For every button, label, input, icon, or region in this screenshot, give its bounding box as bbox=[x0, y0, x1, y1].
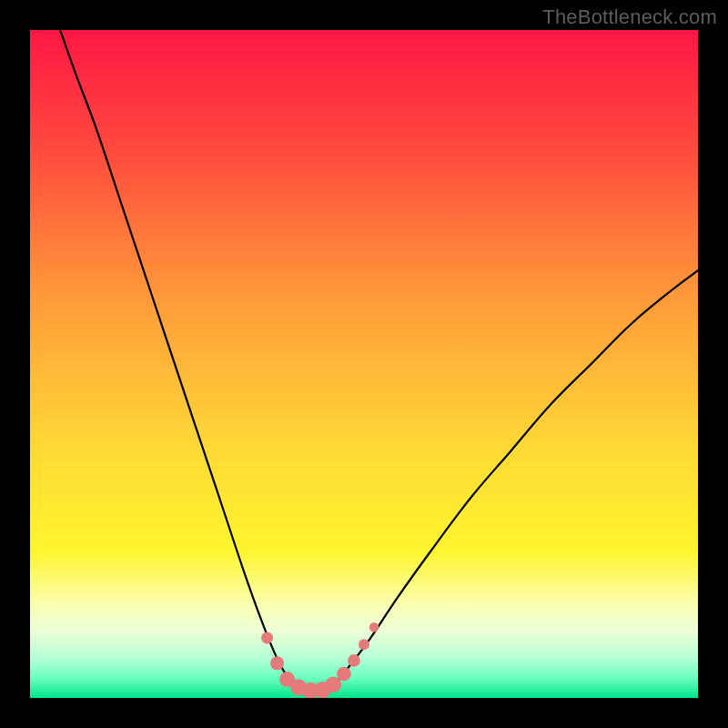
data-marker bbox=[261, 632, 273, 643]
chart-svg bbox=[30, 30, 698, 698]
data-markers bbox=[261, 622, 379, 698]
plot-area bbox=[30, 30, 698, 698]
data-marker bbox=[325, 677, 341, 693]
data-marker bbox=[270, 656, 284, 670]
data-marker bbox=[348, 654, 360, 667]
data-marker bbox=[359, 639, 369, 650]
chart-container: TheBottleneck.com bbox=[0, 0, 728, 728]
bottleneck-curve bbox=[60, 30, 698, 692]
watermark-text: TheBottleneck.com bbox=[542, 5, 717, 29]
data-marker bbox=[369, 622, 379, 632]
data-marker bbox=[337, 667, 351, 682]
